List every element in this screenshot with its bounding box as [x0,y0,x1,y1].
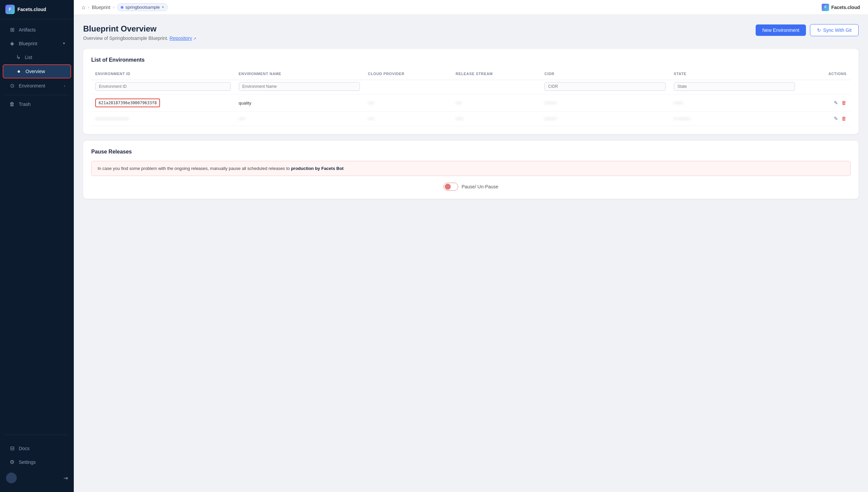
home-icon[interactable]: ⌂ [82,4,85,10]
filter-cidr-cell [540,80,670,95]
sidebar-item-blueprint[interactable]: ◈ Blueprint ▾ [3,37,71,50]
actions-cell-2: ✎ 🗑 [799,112,850,126]
sidebar-bottom: ⊟ Docs ⚙ Settings ⇥ [0,438,74,492]
main-content: ⌂ › Blueprint › springbootsample ▾ F Fac… [74,0,868,492]
environments-table: ENVIRONMENT ID ENVIRONMENT NAME CLOUD PR… [91,69,850,126]
state-blurred-1: •••••• [674,101,683,105]
pause-info-text-before: In case you find some problem with the o… [98,166,291,171]
table-filter-row [91,80,850,95]
sidebar-item-artifacts[interactable]: ⊞ Artifacts [3,23,71,36]
environments-section-title: List of Environments [91,57,850,63]
pause-toggle[interactable] [443,183,458,191]
breadcrumb-dot [121,6,123,9]
delete-button-1[interactable]: 🗑 [842,100,847,106]
filter-env-id[interactable] [95,82,231,91]
sidebar: F Facets.cloud ⊞ Artifacts ◈ Blueprint ▾… [0,0,74,492]
content-area: Blueprint Overview Overview of Springboo… [74,15,868,492]
external-link-icon: ↗ [193,36,196,41]
delete-button-2[interactable]: 🗑 [842,116,847,122]
col-release-stream: RELEASE STREAM [451,69,540,80]
edit-button-1[interactable]: ✎ [834,100,838,106]
topbar: ⌂ › Blueprint › springbootsample ▾ F Fac… [74,0,868,15]
col-cidr: CIDR [540,69,670,80]
filter-state[interactable] [674,82,795,91]
cidr-cell-1: •••••••• [540,95,670,112]
env-name-blurred-2: •••• [239,116,245,121]
sidebar-item-docs[interactable]: ⊟ Docs [3,442,71,455]
filter-env-name[interactable] [239,82,360,91]
sidebar-item-label: Overview [25,69,45,74]
release-stream-cell-2: ••••• [451,112,540,126]
toggle-wrap: Pause/ Un-Pause [443,183,498,191]
env-id-cell-2: •••••••••••••••••••••• [91,112,235,126]
repository-link[interactable]: Repository [170,35,192,41]
artifacts-icon: ⊞ [9,26,16,33]
sidebar-item-list[interactable]: ↳ List [3,51,71,64]
sidebar-item-label: Trash [19,102,30,107]
toggle-knob [445,184,451,190]
action-icons-2: ✎ 🗑 [803,116,847,122]
sidebar-item-settings[interactable]: ⚙ Settings [3,456,71,469]
page-title: Blueprint Overview [83,24,196,33]
filter-env-name-cell [235,80,364,95]
settings-icon: ⚙ [9,459,16,465]
cloud-provider-cell-2: •••• [364,112,451,126]
release-stream-blurred-1: •••• [455,101,462,105]
env-id-blurred-2: •••••••••••••••••••••• [95,116,129,121]
state-blurred-2: •• •••••••• [674,116,690,121]
sync-git-button[interactable]: ↻ Sync With Git [810,24,859,36]
col-env-id: ENVIRONMENT ID [91,69,235,80]
table-row: 621a28187396e300079633f8 quality •••• ••… [91,95,850,112]
sidebar-item-environment[interactable]: ⊙ Environment ‹ [3,79,71,92]
subtitle-text: Overview of Springbootsample Blueprint. [83,35,168,41]
sidebar-item-label: Artifacts [19,27,36,32]
cloud-provider-cell-1: •••• [364,95,451,112]
table-row: •••••••••••••••••••••• •••• •••• ••••• • [91,112,850,126]
env-id-cell-1: 621a28187396e300079633f8 [91,95,235,112]
action-icons-1: ✎ 🗑 [803,100,847,106]
actions-cell-1: ✎ 🗑 [799,95,850,112]
pause-info-text-bold: production by Facets Bot [291,166,344,171]
page-subtitle: Overview of Springbootsample Blueprint. … [83,35,196,41]
sidebar-item-trash[interactable]: 🗑 Trash [3,98,71,110]
sidebar-item-label: Blueprint [19,41,37,46]
breadcrumb-sep-2: › [113,5,114,10]
edit-button-2[interactable]: ✎ [834,116,838,122]
logout-icon[interactable]: ⇥ [63,475,68,481]
sync-git-label: Sync With Git [823,27,851,33]
docs-icon: ⊟ [9,445,16,451]
filter-release-cell [451,80,540,95]
environment-icon: ⊙ [9,82,16,89]
list-icon: ↳ [15,54,21,60]
cidr-blurred-2: •••••••• [544,116,557,121]
sidebar-logo: F Facets.cloud [0,0,74,19]
col-env-name: ENVIRONMENT NAME [235,69,364,80]
breadcrumb-current[interactable]: springbootsample ▾ [117,3,168,11]
breadcrumb-current-label: springbootsample [125,5,160,10]
cloud-provider-blurred-1: •••• [368,101,374,105]
filter-env-id-cell [91,80,235,95]
logo-text: Facets.cloud [18,7,46,12]
env-id-value-1[interactable]: 621a28187396e300079633f8 [95,99,160,107]
topbar-logo-text: Facets.cloud [831,5,860,10]
page-header: Blueprint Overview Overview of Springboo… [83,24,859,41]
sidebar-nav: ⊞ Artifacts ◈ Blueprint ▾ ↳ List ● Overv… [0,19,74,432]
user-profile[interactable]: ⇥ [0,469,74,487]
cidr-cell-2: •••••••• [540,112,670,126]
breadcrumb-dropdown-icon[interactable]: ▾ [162,5,164,9]
filter-cidr[interactable] [544,82,666,91]
sidebar-item-label: List [25,55,32,60]
new-environment-button[interactable]: New Environment [756,24,806,36]
breadcrumb-blueprint[interactable]: Blueprint [92,5,110,10]
sidebar-item-overview[interactable]: ● Overview [3,64,71,78]
sidebar-item-label: Settings [19,460,36,465]
sync-icon: ↻ [817,27,821,33]
avatar [6,472,17,483]
topbar-logo: F Facets.cloud [822,4,860,11]
cloud-provider-blurred-2: •••• [368,116,374,121]
page-header-left: Blueprint Overview Overview of Springboo… [83,24,196,41]
col-cloud-provider: CLOUD PROVIDER [364,69,451,80]
col-state: STATE [670,69,799,80]
cidr-blurred-1: •••••••• [544,101,557,105]
pause-section-title: Pause Releases [91,149,850,155]
